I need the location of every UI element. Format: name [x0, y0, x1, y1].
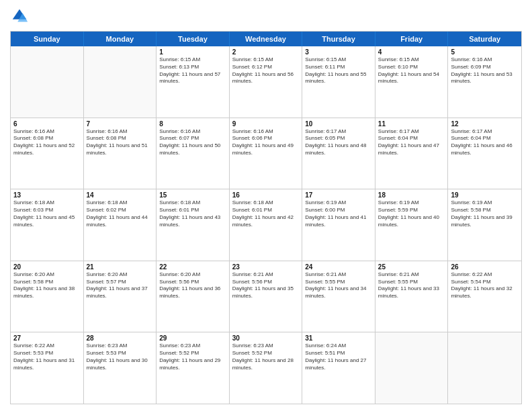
day-number: 12 [451, 120, 519, 128]
table-row: 27Sunrise: 6:22 AM Sunset: 5:53 PM Dayli… [11, 332, 84, 404]
day-number: 1 [159, 48, 226, 56]
calendar-row: 27Sunrise: 6:22 AM Sunset: 5:53 PM Dayli… [11, 332, 521, 404]
day-header-wednesday: Wednesday [230, 32, 303, 46]
table-row: 30Sunrise: 6:23 AM Sunset: 5:52 PM Dayli… [230, 332, 303, 404]
cell-info: Sunrise: 6:23 AM Sunset: 5:52 PM Dayligh… [159, 342, 226, 371]
cell-info: Sunrise: 6:19 AM Sunset: 5:59 PM Dayligh… [378, 199, 445, 228]
table-row [375, 332, 449, 404]
calendar-row: 6Sunrise: 6:16 AM Sunset: 6:08 PM Daylig… [11, 118, 521, 189]
table-row [448, 332, 521, 404]
day-number: 7 [87, 120, 154, 128]
table-row: 2Sunrise: 6:15 AM Sunset: 6:12 PM Daylig… [230, 46, 303, 118]
table-row: 13Sunrise: 6:18 AM Sunset: 6:03 PM Dayli… [11, 189, 84, 261]
day-number: 4 [378, 48, 445, 56]
day-number: 10 [305, 120, 372, 128]
day-number: 24 [305, 263, 372, 271]
day-number: 17 [305, 191, 372, 199]
cell-info: Sunrise: 6:19 AM Sunset: 5:58 PM Dayligh… [451, 199, 519, 228]
table-row: 28Sunrise: 6:23 AM Sunset: 5:53 PM Dayli… [84, 332, 157, 404]
table-row [11, 46, 84, 118]
cell-info: Sunrise: 6:18 AM Sunset: 6:02 PM Dayligh… [87, 199, 154, 228]
calendar: SundayMondayTuesdayWednesdayThursdayFrid… [10, 31, 522, 404]
day-number: 20 [13, 263, 81, 271]
cell-info: Sunrise: 6:21 AM Sunset: 5:55 PM Dayligh… [305, 271, 372, 300]
day-number: 11 [378, 120, 445, 128]
day-number: 19 [451, 191, 519, 199]
table-row: 7Sunrise: 6:16 AM Sunset: 6:08 PM Daylig… [84, 118, 157, 189]
table-row: 25Sunrise: 6:21 AM Sunset: 5:55 PM Dayli… [375, 261, 449, 332]
day-header-monday: Monday [84, 32, 157, 46]
calendar-page: SundayMondayTuesdayWednesdayThursdayFrid… [0, 0, 532, 411]
calendar-row: 13Sunrise: 6:18 AM Sunset: 6:03 PM Dayli… [11, 189, 521, 261]
cell-info: Sunrise: 6:15 AM Sunset: 6:12 PM Dayligh… [232, 56, 300, 85]
table-row: 5Sunrise: 6:16 AM Sunset: 6:09 PM Daylig… [448, 46, 521, 118]
cell-info: Sunrise: 6:24 AM Sunset: 5:51 PM Dayligh… [305, 342, 372, 371]
day-number: 16 [232, 191, 300, 199]
cell-info: Sunrise: 6:16 AM Sunset: 6:09 PM Dayligh… [451, 56, 519, 85]
table-row: 14Sunrise: 6:18 AM Sunset: 6:02 PM Dayli… [84, 189, 157, 261]
day-number: 21 [87, 263, 154, 271]
day-number: 5 [451, 48, 519, 56]
day-number: 14 [87, 191, 154, 199]
cell-info: Sunrise: 6:20 AM Sunset: 5:57 PM Dayligh… [87, 271, 154, 300]
day-number: 18 [378, 191, 445, 199]
table-row: 24Sunrise: 6:21 AM Sunset: 5:55 PM Dayli… [302, 261, 375, 332]
cell-info: Sunrise: 6:22 AM Sunset: 5:54 PM Dayligh… [451, 271, 519, 300]
day-header-sunday: Sunday [11, 32, 84, 46]
table-row: 9Sunrise: 6:16 AM Sunset: 6:06 PM Daylig… [230, 118, 303, 189]
day-header-friday: Friday [375, 32, 449, 46]
cell-info: Sunrise: 6:17 AM Sunset: 6:04 PM Dayligh… [451, 128, 519, 157]
table-row [84, 46, 157, 118]
table-row: 16Sunrise: 6:18 AM Sunset: 6:01 PM Dayli… [230, 189, 303, 261]
cell-info: Sunrise: 6:15 AM Sunset: 6:13 PM Dayligh… [159, 56, 226, 85]
cell-info: Sunrise: 6:15 AM Sunset: 6:10 PM Dayligh… [378, 56, 445, 85]
table-row: 11Sunrise: 6:17 AM Sunset: 6:04 PM Dayli… [375, 118, 449, 189]
day-number: 13 [13, 191, 81, 199]
table-row: 21Sunrise: 6:20 AM Sunset: 5:57 PM Dayli… [84, 261, 157, 332]
table-row: 20Sunrise: 6:20 AM Sunset: 5:58 PM Dayli… [11, 261, 84, 332]
day-number: 28 [87, 334, 154, 342]
cell-info: Sunrise: 6:17 AM Sunset: 6:05 PM Dayligh… [305, 128, 372, 157]
cell-info: Sunrise: 6:19 AM Sunset: 6:00 PM Dayligh… [305, 199, 372, 228]
day-number: 8 [159, 120, 226, 128]
cell-info: Sunrise: 6:22 AM Sunset: 5:53 PM Dayligh… [13, 342, 81, 371]
cell-info: Sunrise: 6:15 AM Sunset: 6:11 PM Dayligh… [305, 56, 372, 85]
day-number: 27 [13, 334, 81, 342]
cell-info: Sunrise: 6:16 AM Sunset: 6:06 PM Dayligh… [232, 128, 300, 157]
day-number: 31 [305, 334, 372, 342]
table-row: 31Sunrise: 6:24 AM Sunset: 5:51 PM Dayli… [302, 332, 375, 404]
cell-info: Sunrise: 6:23 AM Sunset: 5:53 PM Dayligh… [87, 342, 154, 371]
day-number: 2 [232, 48, 300, 56]
day-number: 3 [305, 48, 372, 56]
day-header-saturday: Saturday [448, 32, 521, 46]
header [10, 7, 522, 26]
table-row: 4Sunrise: 6:15 AM Sunset: 6:10 PM Daylig… [375, 46, 449, 118]
cell-info: Sunrise: 6:23 AM Sunset: 5:52 PM Dayligh… [232, 342, 300, 371]
table-row: 1Sunrise: 6:15 AM Sunset: 6:13 PM Daylig… [157, 46, 230, 118]
day-number: 6 [13, 120, 81, 128]
cell-info: Sunrise: 6:16 AM Sunset: 6:07 PM Dayligh… [159, 128, 226, 157]
table-row: 12Sunrise: 6:17 AM Sunset: 6:04 PM Dayli… [448, 118, 521, 189]
day-number: 26 [451, 263, 519, 271]
table-row: 3Sunrise: 6:15 AM Sunset: 6:11 PM Daylig… [302, 46, 375, 118]
day-header-thursday: Thursday [302, 32, 375, 46]
calendar-header: SundayMondayTuesdayWednesdayThursdayFrid… [11, 32, 521, 46]
cell-info: Sunrise: 6:16 AM Sunset: 6:08 PM Dayligh… [13, 128, 81, 157]
cell-info: Sunrise: 6:18 AM Sunset: 6:01 PM Dayligh… [159, 199, 226, 228]
logo [10, 7, 32, 26]
cell-info: Sunrise: 6:21 AM Sunset: 5:55 PM Dayligh… [378, 271, 445, 300]
cell-info: Sunrise: 6:18 AM Sunset: 6:01 PM Dayligh… [232, 199, 300, 228]
table-row: 26Sunrise: 6:22 AM Sunset: 5:54 PM Dayli… [448, 261, 521, 332]
calendar-row: 20Sunrise: 6:20 AM Sunset: 5:58 PM Dayli… [11, 261, 521, 332]
table-row: 17Sunrise: 6:19 AM Sunset: 6:00 PM Dayli… [302, 189, 375, 261]
table-row: 8Sunrise: 6:16 AM Sunset: 6:07 PM Daylig… [157, 118, 230, 189]
day-number: 29 [159, 334, 226, 342]
cell-info: Sunrise: 6:20 AM Sunset: 5:58 PM Dayligh… [13, 271, 81, 300]
calendar-row: 1Sunrise: 6:15 AM Sunset: 6:13 PM Daylig… [11, 46, 521, 118]
table-row: 6Sunrise: 6:16 AM Sunset: 6:08 PM Daylig… [11, 118, 84, 189]
table-row: 15Sunrise: 6:18 AM Sunset: 6:01 PM Dayli… [157, 189, 230, 261]
table-row: 23Sunrise: 6:21 AM Sunset: 5:56 PM Dayli… [230, 261, 303, 332]
day-number: 15 [159, 191, 226, 199]
day-number: 9 [232, 120, 300, 128]
cell-info: Sunrise: 6:18 AM Sunset: 6:03 PM Dayligh… [13, 199, 81, 228]
